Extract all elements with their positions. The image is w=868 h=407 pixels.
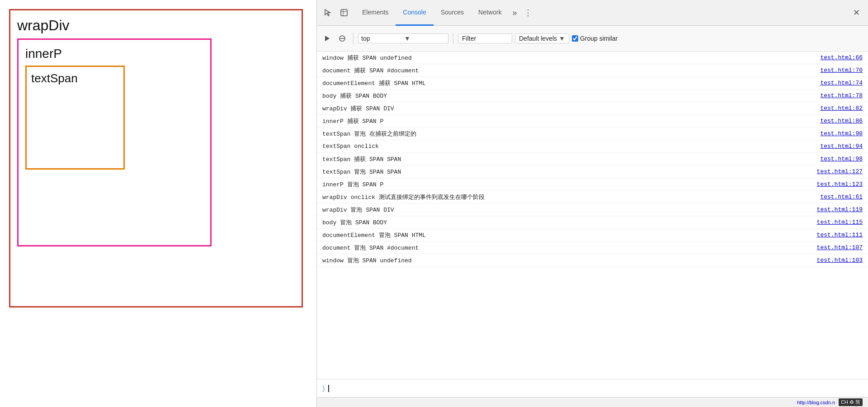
- log-link[interactable]: test.html:103: [817, 257, 863, 264]
- tab-console[interactable]: Console: [396, 0, 433, 26]
- log-message: wrapDiv 捕获 SPAN DIV: [322, 104, 820, 113]
- devtools-tab-icons: [321, 6, 350, 19]
- log-message: innerP 冒泡 SPAN P: [322, 180, 817, 189]
- filter-input[interactable]: Filter: [458, 33, 512, 43]
- svg-rect-0: [341, 9, 347, 16]
- log-message: window 捕获 SPAN undefined: [322, 54, 820, 62]
- console-cursor[interactable]: [328, 385, 329, 392]
- log-link[interactable]: test.html:86: [820, 118, 863, 124]
- lang-badge: CH ♻ 简: [839, 398, 863, 406]
- log-link[interactable]: test.html:119: [817, 206, 863, 213]
- log-message: body 捕获 SPAN BODY: [322, 92, 820, 100]
- log-row: window 冒泡 SPAN undefinedtest.html:103: [317, 254, 868, 267]
- log-link[interactable]: test.html:98: [820, 156, 863, 162]
- log-row: textSpan 捕获 SPAN SPANtest.html:98: [317, 153, 868, 166]
- log-link[interactable]: test.html:123: [817, 181, 863, 188]
- log-row: wrapDiv 捕获 SPAN DIVtest.html:82: [317, 102, 868, 115]
- log-row: documentElement 捕获 SPAN HTMLtest.html:74: [317, 77, 868, 90]
- log-link[interactable]: test.html:107: [817, 244, 863, 251]
- more-tabs-button[interactable]: »: [509, 8, 520, 18]
- log-row: documentElement 冒泡 SPAN HTMLtest.html:11…: [317, 229, 868, 241]
- log-link[interactable]: test.html:61: [820, 194, 863, 200]
- default-levels-dropdown[interactable]: Default levels ▼: [515, 33, 569, 43]
- inner-p-box: innerP textSpan: [17, 38, 212, 246]
- cursor-icon[interactable]: [321, 6, 334, 19]
- log-link[interactable]: test.html:115: [817, 219, 863, 226]
- log-link[interactable]: test.html:78: [820, 92, 863, 99]
- log-link[interactable]: test.html:127: [817, 168, 863, 175]
- tab-network[interactable]: Network: [471, 0, 509, 26]
- log-message: documentElement 捕获 SPAN HTML: [322, 79, 820, 87]
- group-similar-label[interactable]: Group similar: [572, 35, 618, 42]
- bottom-bar: http://blog.csdn.n CH ♻ 简: [317, 397, 868, 407]
- log-link[interactable]: test.html:90: [820, 130, 863, 137]
- log-row: wrapDiv onclick 测试直接绑定的事件到底发生在哪个阶段test.h…: [317, 191, 868, 204]
- group-similar-text: Group similar: [580, 35, 618, 42]
- log-row: textSpan 冒泡 SPAN SPANtest.html:127: [317, 166, 868, 178]
- log-row: textSpan onclicktest.html:94: [317, 140, 868, 153]
- context-value: top: [361, 35, 402, 42]
- devtools-more-options[interactable]: ⋮: [520, 8, 536, 18]
- text-span-label: textSpan: [31, 71, 119, 85]
- toolbar-separator-1: [353, 33, 354, 44]
- group-similar-checkbox[interactable]: [572, 35, 578, 42]
- log-message: wrapDiv 冒泡 SPAN DIV: [322, 206, 817, 214]
- default-levels-label: Default levels: [519, 35, 557, 42]
- log-message: textSpan 冒泡 SPAN SPAN: [322, 168, 817, 176]
- clear-console-button[interactable]: [336, 32, 349, 45]
- log-message: document 捕获 SPAN #document: [322, 66, 820, 75]
- log-link[interactable]: test.html:111: [817, 232, 863, 238]
- inspect-icon[interactable]: [338, 6, 350, 19]
- log-row: document 冒泡 SPAN #documenttest.html:107: [317, 241, 868, 254]
- log-message: innerP 捕获 SPAN P: [322, 117, 820, 125]
- console-prompt: 〉: [322, 384, 325, 393]
- log-row: innerP 捕获 SPAN Ptest.html:86: [317, 115, 868, 128]
- default-levels-arrow: ▼: [559, 35, 565, 42]
- log-link[interactable]: test.html:94: [820, 143, 863, 150]
- console-log: window 捕获 SPAN undefinedtest.html:66docu…: [317, 52, 868, 379]
- wrap-div-box: wrapDiv innerP textSpan: [9, 9, 303, 308]
- log-row: body 捕获 SPAN BODYtest.html:78: [317, 90, 868, 102]
- console-input-row: 〉: [317, 379, 868, 397]
- inner-p-label: innerP: [25, 47, 203, 61]
- log-message: wrapDiv onclick 测试直接绑定的事件到底发生在哪个阶段: [322, 193, 820, 201]
- text-span-box: textSpan: [25, 66, 125, 170]
- bottom-link[interactable]: http://blog.csdn.n: [797, 400, 835, 405]
- log-row: document 捕获 SPAN #documenttest.html:70: [317, 64, 868, 77]
- log-message: documentElement 冒泡 SPAN HTML: [322, 231, 817, 239]
- webpage-preview: wrapDiv innerP textSpan: [0, 0, 316, 407]
- tab-sources[interactable]: Sources: [434, 0, 471, 26]
- wrap-div-label: wrapDiv: [17, 17, 295, 34]
- log-row: body 冒泡 SPAN BODYtest.html:115: [317, 216, 868, 229]
- log-message: body 冒泡 SPAN BODY: [322, 218, 817, 227]
- log-message: textSpan 捕获 SPAN SPAN: [322, 155, 820, 163]
- log-row: window 捕获 SPAN undefinedtest.html:66: [317, 52, 868, 64]
- context-selector[interactable]: top ▼: [358, 33, 448, 43]
- log-message: window 冒泡 SPAN undefined: [322, 256, 817, 265]
- context-dropdown-arrow: ▼: [404, 35, 445, 42]
- log-message: textSpan 冒泡 在捕获之前绑定的: [322, 130, 820, 138]
- devtools-close-button[interactable]: ✕: [849, 8, 863, 18]
- devtools-tab-bar: Elements Console Sources Network » ⋮ ✕: [317, 0, 868, 26]
- run-scripts-button[interactable]: [321, 32, 333, 45]
- log-link[interactable]: test.html:70: [820, 67, 863, 74]
- log-row: textSpan 冒泡 在捕获之前绑定的test.html:90: [317, 128, 868, 140]
- log-message: textSpan onclick: [322, 143, 820, 150]
- log-link[interactable]: test.html:66: [820, 54, 863, 61]
- log-link[interactable]: test.html:82: [820, 105, 863, 112]
- tab-elements[interactable]: Elements: [355, 0, 396, 26]
- devtools-panel: Elements Console Sources Network » ⋮ ✕: [316, 0, 868, 407]
- toolbar-separator-2: [453, 33, 453, 44]
- log-message: document 冒泡 SPAN #document: [322, 244, 817, 252]
- filter-label: Filter: [462, 35, 476, 42]
- log-row: wrapDiv 冒泡 SPAN DIVtest.html:119: [317, 204, 868, 216]
- log-row: innerP 冒泡 SPAN Ptest.html:123: [317, 178, 868, 191]
- console-toolbar: top ▼ Filter Default levels ▼ Group simi…: [317, 26, 868, 52]
- svg-marker-3: [325, 36, 330, 41]
- log-link[interactable]: test.html:74: [820, 80, 863, 86]
